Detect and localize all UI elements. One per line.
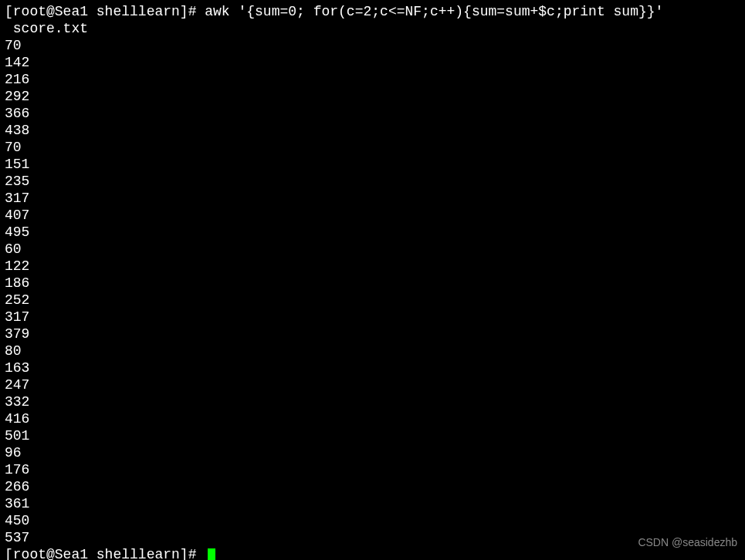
output-line: 537 (5, 529, 740, 546)
output-line: 501 (5, 427, 740, 444)
prompt-text: [root@Sea1 shelllearn]# (5, 547, 205, 560)
output-line: 379 (5, 326, 740, 342)
terminal-output: [root@Sea1 shelllearn]# awk '{sum=0; for… (5, 3, 740, 560)
output-line: 142 (5, 54, 740, 71)
output-line: 495 (5, 224, 740, 241)
output-line: 407 (5, 207, 740, 224)
output-line: 450 (5, 512, 740, 529)
output-line: 247 (5, 376, 740, 393)
output-line: 252 (5, 292, 740, 309)
output-line: 366 (5, 105, 740, 122)
output-line: 361 (5, 495, 740, 512)
watermark-text: CSDN @seasidezhb (638, 534, 737, 551)
output-line: 70 (5, 139, 740, 156)
output-line: 122 (5, 258, 740, 275)
shell-prompt[interactable]: [root@Sea1 shelllearn]# (5, 547, 215, 560)
output-line: 216 (5, 71, 740, 88)
output-line: 235 (5, 173, 740, 190)
output-line: 317 (5, 309, 740, 326)
cursor-icon (208, 548, 215, 560)
output-line: 176 (5, 461, 740, 478)
output-line: 416 (5, 410, 740, 427)
output-line: 438 (5, 122, 740, 139)
output-line: 292 (5, 88, 740, 105)
output-line: 60 (5, 241, 740, 258)
output-line: 70 (5, 37, 740, 54)
output-line: 151 (5, 156, 740, 173)
command-line-1: [root@Sea1 shelllearn]# awk '{sum=0; for… (5, 3, 740, 20)
command-line-2: score.txt (5, 20, 740, 37)
output-line: 332 (5, 393, 740, 410)
output-line: 186 (5, 275, 740, 292)
output-line: 96 (5, 444, 740, 461)
output-line: 163 (5, 359, 740, 376)
output-lines: 7014221629236643870151235317407495601221… (5, 37, 740, 546)
output-line: 80 (5, 342, 740, 359)
output-line: 266 (5, 478, 740, 495)
output-line: 317 (5, 190, 740, 207)
